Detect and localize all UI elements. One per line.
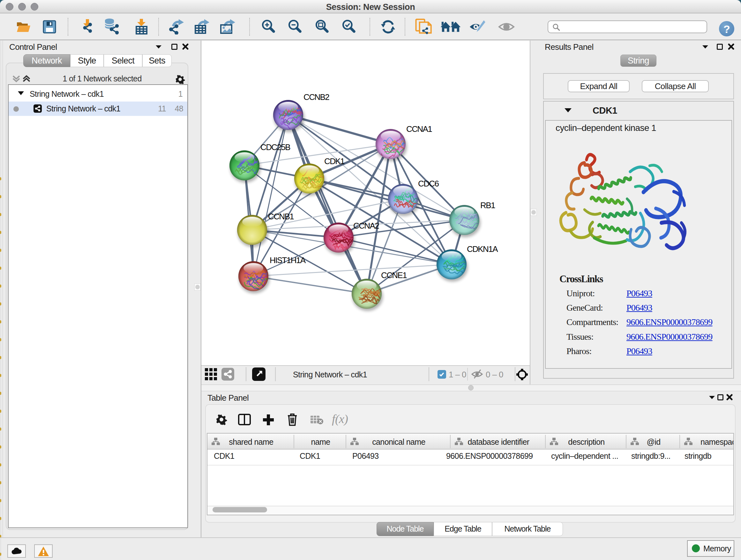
svg-text:CCNA1: CCNA1	[406, 124, 432, 134]
svg-text:CCNB2: CCNB2	[304, 92, 329, 102]
svg-text:CCNA2: CCNA2	[353, 221, 379, 231]
svg-text:CDC25B: CDC25B	[260, 142, 290, 152]
svg-text:CDK1: CDK1	[324, 157, 345, 166]
svg-text:RB1: RB1	[480, 200, 495, 210]
svg-text:CCNB1: CCNB1	[268, 212, 294, 221]
svg-text:HIST1H1A: HIST1H1A	[270, 255, 306, 265]
svg-text:CCNE1: CCNE1	[381, 270, 407, 280]
svg-text:CDKN1A: CDKN1A	[467, 244, 498, 254]
svg-text:CDC6: CDC6	[418, 179, 439, 188]
